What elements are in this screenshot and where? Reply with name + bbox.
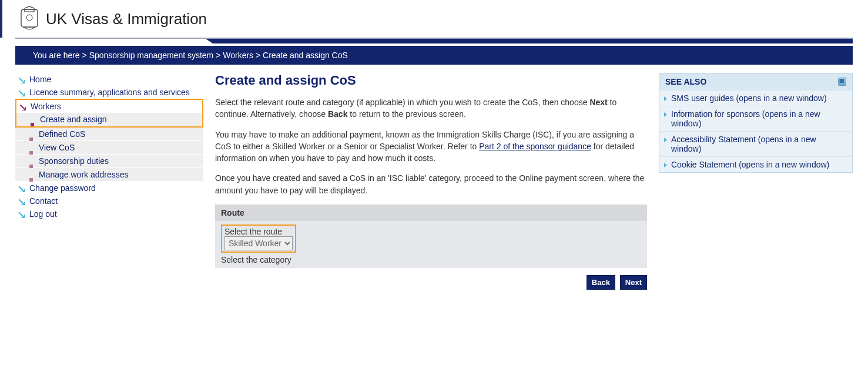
arrow-icon [19, 78, 25, 83]
category-label: Select the category [221, 255, 641, 264]
breadcrumb: You are here > Sponsorship management sy… [15, 46, 853, 65]
nav-item-home[interactable]: Home [15, 73, 203, 86]
route-form: Route Select the route Skilled Worker Se… [215, 205, 647, 268]
svg-rect-2 [31, 123, 34, 126]
arrow-icon [19, 186, 25, 192]
nav-item-licence[interactable]: Licence summary, applications and servic… [15, 86, 203, 99]
next-button[interactable]: Next [620, 275, 647, 290]
site-header: UK Visas & Immigration [0, 0, 868, 38]
arrow-icon [19, 212, 25, 218]
nav-link[interactable]: Licence summary, applications and servic… [29, 88, 190, 97]
route-header: Route [215, 205, 647, 221]
see-also-link[interactable]: Cookie Statement (opens in a new window) [671, 160, 829, 169]
nav-link[interactable]: Workers [31, 102, 61, 111]
crest-icon [20, 6, 39, 32]
route-label: Select the route [224, 227, 293, 236]
breadcrumb-prefix: You are here > [33, 51, 87, 60]
see-also-link[interactable]: Information for sponsors (opens in a new… [671, 109, 820, 128]
nav-link[interactable]: Change password [29, 183, 96, 193]
svg-rect-3 [29, 138, 33, 141]
nav-sub-defined-cos[interactable]: Defined CoS [15, 128, 203, 141]
button-row: Back Next [215, 275, 647, 290]
nav-item-contact[interactable]: Contact [15, 195, 203, 207]
breadcrumb-link-workers[interactable]: Workers [223, 51, 253, 60]
bullet-icon [29, 147, 33, 150]
see-also-link[interactable]: Accessibility Statement (opens in a new … [671, 135, 816, 153]
back-button[interactable]: Back [587, 275, 615, 290]
see-also-item[interactable]: Cookie Statement (opens in a new window) [659, 156, 852, 172]
header-decorative-border [0, 38, 868, 46]
nav-sub-view-cos[interactable]: View CoS [15, 141, 203, 155]
left-nav: Home Licence summary, applications and s… [15, 73, 203, 220]
intro-para-1: Select the relevant route and category (… [215, 96, 647, 120]
grid-icon [838, 78, 846, 86]
arrow-icon [19, 199, 25, 205]
nav-link[interactable]: Home [29, 75, 51, 84]
nav-link[interactable]: View CoS [39, 143, 75, 152]
see-also-header: SEE ALSO [659, 73, 852, 90]
page-title: Create and assign CoS [215, 73, 647, 88]
arrow-icon [20, 105, 26, 110]
see-also-item[interactable]: Accessibility Statement (opens in a new … [659, 131, 852, 156]
nav-sub-manage-addresses[interactable]: Manage work addresses [15, 168, 203, 182]
svg-point-1 [26, 15, 32, 21]
svg-rect-6 [29, 178, 33, 182]
see-also-link[interactable]: SMS user guides (opens in a new window) [671, 93, 827, 103]
intro-para-2: You may have to make an additional payme… [215, 129, 647, 165]
bullet-icon [29, 174, 33, 177]
main-content: Create and assign CoS Select the relevan… [215, 73, 647, 290]
bullet-icon [31, 119, 34, 122]
highlighted-route-select: Select the route Skilled Worker [221, 224, 296, 253]
nav-sub-create-assign[interactable]: Create and assign [16, 113, 202, 126]
sponsor-guidance-link[interactable]: Part 2 of the sponsor guidance [479, 142, 591, 151]
nav-item-change-password[interactable]: Change password [15, 182, 203, 195]
nav-link[interactable]: Log out [29, 209, 57, 219]
bullet-icon [29, 133, 33, 137]
bullet-icon [29, 160, 33, 164]
nav-item-workers[interactable]: Workers [16, 100, 202, 113]
breadcrumb-link-sms[interactable]: Sponsorship management system [89, 51, 214, 60]
see-also-item[interactable]: SMS user guides (opens in a new window) [659, 90, 852, 106]
intro-para-3: Once you have created and saved a CoS in… [215, 172, 647, 196]
breadcrumb-current: Create and assign CoS [263, 51, 348, 60]
see-also-item[interactable]: Information for sponsors (opens in a new… [659, 106, 852, 131]
nav-link[interactable]: Create and assign [40, 115, 107, 124]
arrow-icon [19, 91, 25, 96]
svg-rect-4 [29, 151, 33, 155]
svg-rect-5 [29, 165, 33, 168]
nav-sub-sponsorship-duties[interactable]: Sponsorship duties [15, 155, 203, 168]
nav-item-log-out[interactable]: Log out [15, 207, 203, 220]
nav-link[interactable]: Contact [29, 196, 58, 206]
nav-link[interactable]: Sponsorship duties [39, 156, 109, 166]
highlighted-nav-section: Workers Create and assign [15, 99, 203, 128]
nav-link[interactable]: Defined CoS [39, 129, 85, 139]
nav-link[interactable]: Manage work addresses [39, 170, 129, 179]
site-title: UK Visas & Immigration [46, 10, 207, 28]
see-also-title: SEE ALSO [665, 77, 706, 86]
see-also-sidebar: SEE ALSO SMS user guides (opens in a new… [659, 73, 853, 173]
route-select[interactable]: Skilled Worker [224, 236, 293, 250]
